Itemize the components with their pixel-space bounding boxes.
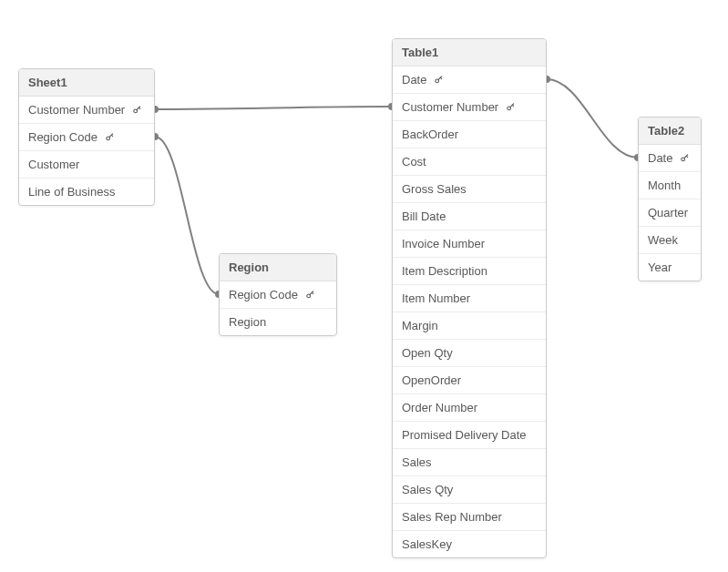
svg-line-2	[138, 107, 139, 108]
field-row[interactable]: Customer	[19, 151, 154, 179]
field-row[interactable]: Customer Number	[393, 94, 546, 121]
field-label: Sales Rep Number	[402, 510, 502, 524]
field-row[interactable]: Line of Business	[19, 179, 154, 205]
field-row[interactable]: Margin	[393, 312, 546, 340]
table-table2[interactable]: Table2Date MonthQuarterWeekYear	[638, 117, 702, 281]
field-row[interactable]: Week	[639, 227, 701, 254]
table-header[interactable]: Region	[220, 254, 336, 281]
key-icon	[132, 104, 142, 117]
field-row[interactable]: Sales Rep Number	[393, 504, 546, 531]
table-header[interactable]: Sheet1	[19, 69, 154, 97]
field-label: SalesKey	[402, 537, 452, 551]
field-row[interactable]: Date	[393, 66, 546, 94]
key-icon	[506, 101, 516, 115]
field-label: Customer Number	[28, 103, 125, 117]
field-label: Quarter	[648, 206, 688, 220]
field-row[interactable]: Sales Qty	[393, 476, 546, 504]
field-label: Region Code	[229, 288, 298, 301]
field-label: Date	[648, 151, 672, 165]
field-label: BackOrder	[402, 128, 458, 141]
field-row[interactable]: Gross Sales	[393, 176, 546, 203]
svg-line-5	[111, 135, 112, 136]
field-row[interactable]: Open Qty	[393, 340, 546, 367]
svg-line-14	[512, 105, 513, 106]
field-label: Cost	[402, 155, 426, 169]
key-icon	[434, 74, 444, 87]
field-row[interactable]: Region	[220, 309, 336, 335]
field-row[interactable]: OpenOrder	[393, 367, 546, 394]
field-row[interactable]: Sales	[393, 449, 546, 476]
field-label: OpenOrder	[402, 373, 461, 387]
field-row[interactable]: Customer Number	[19, 97, 154, 124]
field-row[interactable]: Cost	[393, 148, 546, 176]
table-region[interactable]: RegionRegion Code Region	[219, 253, 337, 336]
table-table1[interactable]: Table1Date Customer Number BackOrderCost…	[392, 38, 547, 558]
field-label: Sales Qty	[402, 483, 453, 496]
field-row[interactable]: Promised Delivery Date	[393, 422, 546, 449]
svg-line-17	[686, 156, 687, 157]
field-row[interactable]: Order Number	[393, 394, 546, 422]
field-row[interactable]: Item Description	[393, 258, 546, 285]
field-label: Bill Date	[402, 209, 446, 223]
key-icon	[105, 131, 115, 145]
connection-line	[547, 79, 638, 158]
field-label: Item Number	[402, 291, 470, 305]
table-header[interactable]: Table1	[393, 39, 546, 66]
field-label: Month	[648, 179, 681, 192]
field-label: Region	[229, 315, 266, 329]
field-row[interactable]: BackOrder	[393, 121, 546, 148]
connection-line	[155, 137, 219, 294]
field-row[interactable]: Quarter	[639, 199, 701, 227]
field-label: Invoice Number	[402, 237, 485, 250]
field-label: Open Qty	[402, 346, 453, 360]
field-label: Sales	[402, 455, 432, 469]
field-row[interactable]: Item Number	[393, 285, 546, 312]
field-label: Week	[648, 233, 678, 247]
field-row[interactable]: Bill Date	[393, 203, 546, 230]
field-row[interactable]: Month	[639, 172, 701, 199]
field-label: Date	[402, 73, 426, 87]
table-header[interactable]: Table2	[639, 117, 701, 145]
field-label: Order Number	[402, 401, 477, 414]
field-label: Customer	[28, 158, 79, 171]
field-label: Gross Sales	[402, 182, 467, 196]
field-row[interactable]: Year	[639, 254, 701, 281]
connection-line	[155, 107, 392, 109]
field-label: Line of Business	[28, 185, 115, 199]
field-row[interactable]: Invoice Number	[393, 230, 546, 258]
field-row[interactable]: SalesKey	[393, 531, 546, 557]
table-sheet1[interactable]: Sheet1Customer Number Region Code Custom…	[18, 68, 155, 206]
field-label: Margin	[402, 319, 438, 332]
svg-line-8	[312, 292, 313, 293]
field-label: Region Code	[28, 130, 97, 144]
svg-line-11	[440, 77, 441, 78]
field-label: Promised Delivery Date	[402, 428, 527, 442]
field-label: Item Description	[402, 264, 487, 278]
field-row[interactable]: Region Code	[220, 281, 336, 309]
field-label: Year	[648, 260, 672, 274]
field-row[interactable]: Date	[639, 145, 701, 172]
key-icon	[680, 152, 690, 166]
field-row[interactable]: Region Code	[19, 124, 154, 151]
key-icon	[305, 289, 315, 302]
field-label: Customer Number	[402, 100, 498, 114]
